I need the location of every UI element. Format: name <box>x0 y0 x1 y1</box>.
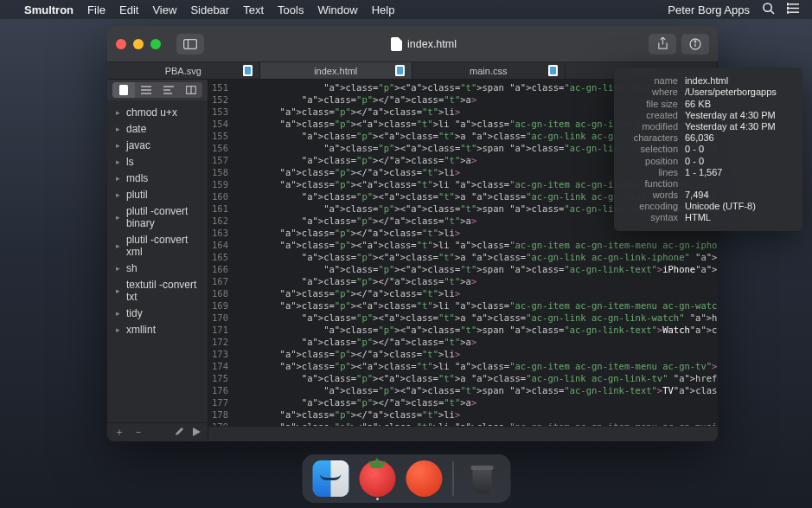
menu-file[interactable]: File <box>87 3 105 16</box>
svg-point-6 <box>787 8 789 10</box>
info-row: createdYesterday at 4:30 PM <box>623 110 794 120</box>
info-label: where <box>623 87 678 97</box>
menu-window[interactable]: Window <box>317 3 357 16</box>
info-row: where/Users/peterborgapps <box>623 87 794 97</box>
info-label: position <box>623 156 678 166</box>
disclosure-icon: ▸ <box>116 158 120 166</box>
menu-sidebar[interactable]: Sidebar <box>190 3 229 16</box>
sidebar-item-label: chmod u+x <box>126 106 177 119</box>
dock-app-icon[interactable] <box>406 460 442 497</box>
file-info-popover: nameindex.htmlwhere/Users/peterborgappsf… <box>614 68 802 231</box>
info-row: position0 - 0 <box>623 156 794 166</box>
info-row: lines1 - 1,567 <box>623 167 794 177</box>
menu-view[interactable]: View <box>152 3 176 16</box>
sidebar-item[interactable]: ▸sh <box>107 260 208 276</box>
disclosure-icon: ▸ <box>116 325 120 334</box>
info-value: 7,494 <box>685 190 794 200</box>
sidebar-item[interactable]: ▸tidy <box>107 305 208 321</box>
info-button[interactable] <box>681 34 709 55</box>
sidebar-view-lines-icon[interactable] <box>135 82 157 98</box>
info-label: name <box>623 75 678 86</box>
menu-help[interactable]: Help <box>372 3 395 16</box>
tab-label: index.html <box>314 66 357 76</box>
sidebar-toggle-button[interactable] <box>176 34 204 55</box>
menu-edit[interactable]: Edit <box>119 3 138 16</box>
info-value: Unicode (UTF-8) <box>685 201 794 211</box>
spotlight-search-icon[interactable] <box>762 2 775 17</box>
window-title-text: index.html <box>407 38 457 50</box>
dock-trash-icon[interactable] <box>464 460 500 497</box>
menu-tools[interactable]: Tools <box>278 3 304 16</box>
svg-point-12 <box>694 41 696 42</box>
dock-separator <box>452 461 453 496</box>
info-value: /Users/peterborgapps <box>685 87 794 97</box>
svg-point-7 <box>787 11 789 13</box>
sidebar-item[interactable]: ▸javac <box>107 137 208 153</box>
sidebar-view-columns-icon[interactable] <box>180 82 202 98</box>
tab-index-html[interactable]: index.html <box>260 62 413 79</box>
window-close-button[interactable] <box>116 39 126 49</box>
tab-pba-svg[interactable]: PBA.svg <box>107 62 260 79</box>
sidebar-item[interactable]: ▸chmod u+x <box>107 104 208 120</box>
info-value: 0 - 0 <box>685 144 794 154</box>
sidebar-item[interactable]: ▸date <box>107 120 208 137</box>
disclosure-icon: ▸ <box>116 125 120 133</box>
info-row: encodingUnicode (UTF-8) <box>623 201 794 211</box>
sidebar-edit-icon[interactable] <box>175 427 184 439</box>
menubar-list-icon[interactable] <box>787 3 800 16</box>
app-menu[interactable]: Smultron <box>24 3 74 16</box>
sidebar-run-icon[interactable] <box>193 427 201 439</box>
info-row: function <box>623 178 794 189</box>
sidebar-item-label: javac <box>126 139 150 151</box>
sidebar: ▸chmod u+x▸date▸javac▸ls▸mdls▸plutil▸plu… <box>107 80 208 441</box>
sidebar-item[interactable]: ▸mdls <box>107 170 208 186</box>
info-value: Yesterday at 4:30 PM <box>685 121 794 132</box>
info-value: 0 - 0 <box>685 156 794 166</box>
tab-label: PBA.svg <box>165 66 201 76</box>
window-minimize-button[interactable] <box>133 39 144 49</box>
sidebar-view-segmented[interactable] <box>107 80 208 100</box>
info-label: words <box>623 190 678 200</box>
info-row: characters66,036 <box>623 132 794 143</box>
info-row: nameindex.html <box>623 75 794 86</box>
sidebar-view-files-icon[interactable] <box>112 82 135 98</box>
menubar-right-app[interactable]: Peter Borg Apps <box>668 3 750 16</box>
file-type-icon <box>548 65 558 76</box>
sidebar-item[interactable]: ▸plutil -convert xml <box>107 231 208 260</box>
sidebar-item[interactable]: ▸ls <box>107 153 208 170</box>
sidebar-remove-button[interactable]: － <box>133 425 144 440</box>
sidebar-item[interactable]: ▸plutil -convert binary <box>107 203 208 231</box>
disclosure-icon: ▸ <box>116 190 120 199</box>
info-value: HTML <box>685 212 794 222</box>
svg-point-5 <box>787 3 789 5</box>
info-label: modified <box>623 121 678 132</box>
sidebar-item[interactable]: ▸textutil -convert txt <box>107 276 208 305</box>
svg-line-1 <box>770 10 774 14</box>
info-label: encoding <box>623 201 678 211</box>
menu-text[interactable]: Text <box>243 3 264 16</box>
disclosure-icon: ▸ <box>116 286 120 295</box>
info-label: characters <box>623 132 678 143</box>
svg-rect-13 <box>119 85 128 95</box>
sidebar-item[interactable]: ▸plutil <box>107 186 208 203</box>
info-label: function <box>623 178 678 189</box>
share-button[interactable] <box>649 34 676 55</box>
sidebar-item[interactable]: ▸xmllint <box>107 321 208 338</box>
sidebar-list: ▸chmod u+x▸date▸javac▸ls▸mdls▸plutil▸plu… <box>107 100 208 422</box>
disclosure-icon: ▸ <box>116 309 120 318</box>
info-value: index.html <box>685 75 794 86</box>
sidebar-view-paragraph-icon[interactable] <box>157 82 180 98</box>
sidebar-item-label: plutil -convert xml <box>126 234 199 258</box>
dock-finder-icon[interactable] <box>312 460 348 497</box>
window-zoom-button[interactable] <box>150 39 161 49</box>
line-gutter: 1511521531541551561571581591601611621631… <box>208 80 233 426</box>
titlebar[interactable]: index.html <box>107 26 718 62</box>
sidebar-add-button[interactable]: ＋ <box>114 425 125 440</box>
disclosure-icon: ▸ <box>116 174 120 183</box>
disclosure-icon: ▸ <box>116 264 120 273</box>
info-value: 66 KB <box>685 99 794 109</box>
dock-smultron-icon[interactable] <box>359 460 395 497</box>
sidebar-item-label: mdls <box>126 172 148 184</box>
info-row: file size66 KB <box>623 99 794 109</box>
tab-main-css[interactable]: main.css <box>412 62 566 79</box>
